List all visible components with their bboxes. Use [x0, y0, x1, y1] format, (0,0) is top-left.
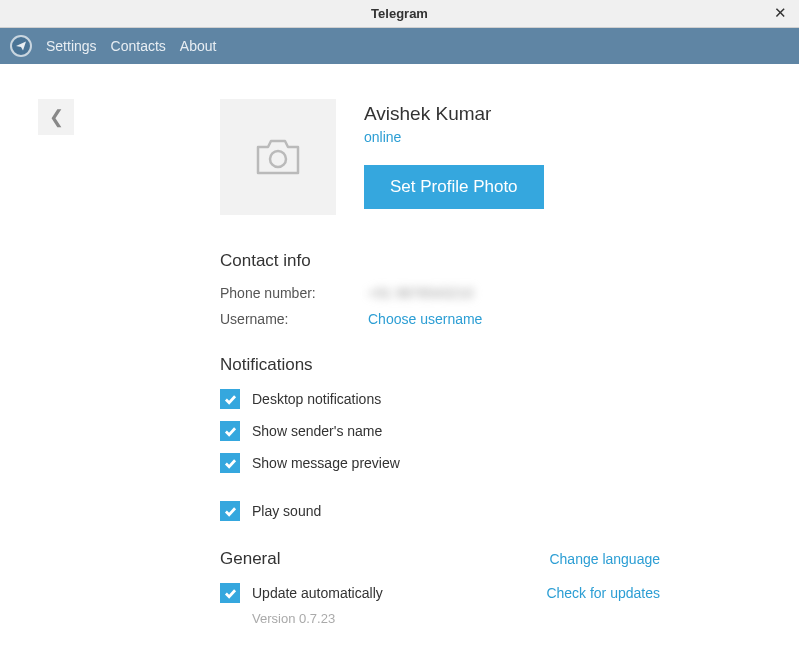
show-sender-checkbox[interactable]	[220, 421, 240, 441]
show-sender-label: Show sender's name	[252, 423, 382, 439]
menu-about[interactable]: About	[180, 38, 217, 54]
update-auto-label: Update automatically	[252, 585, 383, 601]
update-auto-checkbox[interactable]	[220, 583, 240, 603]
menu-settings[interactable]: Settings	[46, 38, 97, 54]
choose-username-link[interactable]: Choose username	[368, 311, 482, 327]
show-preview-row[interactable]: Show message preview	[220, 453, 660, 473]
profile-name: Avishek Kumar	[364, 103, 660, 125]
app-window: Telegram ✕ Settings Contacts About ❮	[0, 0, 799, 648]
change-language-link[interactable]: Change language	[549, 551, 660, 567]
show-sender-row[interactable]: Show sender's name	[220, 421, 660, 441]
svg-point-0	[270, 151, 286, 167]
general-section: General Change language Update automatic…	[220, 549, 660, 626]
window-title: Telegram	[371, 6, 428, 21]
update-auto-check-row[interactable]: Update automatically	[220, 583, 383, 603]
profile-section: Avishek Kumar online Set Profile Photo	[220, 99, 660, 215]
play-sound-row[interactable]: Play sound	[220, 501, 660, 521]
set-profile-photo-button[interactable]: Set Profile Photo	[364, 165, 544, 209]
menu-contacts[interactable]: Contacts	[111, 38, 166, 54]
profile-status: online	[364, 129, 660, 145]
contact-info-heading: Contact info	[220, 251, 660, 271]
phone-label: Phone number:	[220, 285, 368, 301]
play-sound-checkbox[interactable]	[220, 501, 240, 521]
close-button[interactable]: ✕	[771, 4, 789, 22]
username-row: Username: Choose username	[220, 311, 660, 327]
profile-info: Avishek Kumar online Set Profile Photo	[364, 99, 660, 215]
update-auto-row: Update automatically Check for updates	[220, 583, 660, 603]
username-label: Username:	[220, 311, 368, 327]
menubar: Settings Contacts About	[0, 28, 799, 64]
phone-value: +91 9876543210	[368, 285, 474, 301]
check-icon	[224, 506, 237, 517]
show-preview-label: Show message preview	[252, 455, 400, 471]
close-icon: ✕	[774, 4, 787, 22]
chevron-left-icon: ❮	[49, 106, 64, 128]
notifications-section: Notifications Desktop notifications Show…	[220, 355, 660, 521]
show-preview-checkbox[interactable]	[220, 453, 240, 473]
phone-row: Phone number: +91 9876543210	[220, 285, 660, 301]
notifications-heading: Notifications	[220, 355, 660, 375]
desktop-notifications-row[interactable]: Desktop notifications	[220, 389, 660, 409]
check-icon	[224, 458, 237, 469]
desktop-notifications-checkbox[interactable]	[220, 389, 240, 409]
app-icon[interactable]	[10, 35, 32, 57]
check-updates-link[interactable]: Check for updates	[546, 585, 660, 601]
contact-info-section: Contact info Phone number: +91 987654321…	[220, 251, 660, 327]
play-sound-label: Play sound	[252, 503, 321, 519]
check-icon	[224, 588, 237, 599]
content-area: ❮ Avishek Kumar online Set Profile Photo…	[0, 64, 799, 648]
settings-column: Avishek Kumar online Set Profile Photo C…	[220, 99, 660, 626]
paper-plane-icon	[15, 40, 27, 52]
profile-photo-placeholder[interactable]	[220, 99, 336, 215]
camera-icon	[254, 137, 302, 177]
general-heading: General	[220, 549, 280, 569]
check-icon	[224, 394, 237, 405]
back-button[interactable]: ❮	[38, 99, 74, 135]
general-header-row: General Change language	[220, 549, 660, 569]
check-icon	[224, 426, 237, 437]
desktop-notifications-label: Desktop notifications	[252, 391, 381, 407]
version-text: Version 0.7.23	[252, 611, 660, 626]
titlebar: Telegram ✕	[0, 0, 799, 28]
